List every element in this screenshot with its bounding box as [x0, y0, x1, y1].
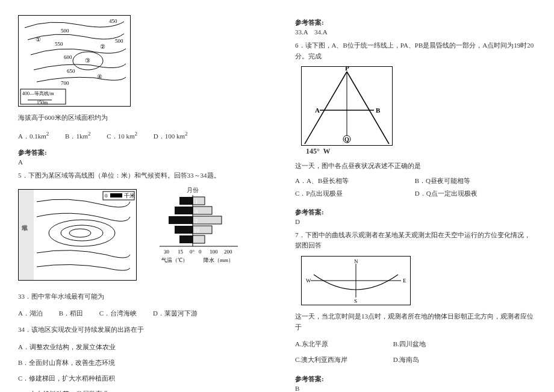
svg-text:650: 650	[67, 68, 75, 74]
svg-text:1: 1	[195, 199, 198, 205]
opt-d: D．100 km2	[154, 128, 188, 143]
svg-text:①: ①	[36, 36, 41, 43]
svg-text:W: W	[306, 278, 311, 284]
climate-svg: 1 4 7 10 30 15 0° 0 100 200 气温（℃） 降水（mm）	[157, 186, 241, 270]
answer-7: B	[295, 385, 536, 392]
q34-d: D．大力植树种草，发展乳畜业	[18, 387, 138, 392]
q7-stem: 这一天，当北京时间是13点时，观测者所在地的物体日影朝正北方向，观测者应位于	[295, 311, 536, 332]
q33-options: A．湖泊 B．稻田 C．台湾海峡 D．莱茵河下游	[18, 306, 259, 320]
answer-6: D	[295, 218, 536, 225]
svg-rect-18	[19, 190, 34, 280]
terminator-diagram: P A B Q	[301, 66, 393, 146]
q6-intro: 6．读下图，A、B位于统一纬线上，PA、PB是晨昏线的一部分，A点时间为19时2…	[295, 40, 536, 61]
svg-text:200: 200	[224, 249, 232, 255]
svg-text:500: 500	[61, 28, 69, 34]
topographic-map-figure: 450 500 550 500 600 650 700 ① ② ③ ④ 400—…	[18, 15, 131, 107]
q34-a: A．调整农业结构，发展立体农业	[18, 340, 138, 353]
svg-text:15: 15	[178, 249, 184, 255]
q34-b: B．全面封山育林，改善生态环境	[18, 356, 138, 369]
q7-b: B.四川盆地	[393, 337, 490, 350]
answer-1: A	[18, 158, 259, 166]
svg-text:②: ②	[100, 43, 105, 50]
svg-rect-21	[110, 193, 122, 198]
svg-text:B: B	[376, 107, 381, 114]
contour-map-figure: 常年水域 0 千米	[18, 189, 137, 281]
q33-stem: 33．图中常年水域最有可能为	[18, 291, 259, 302]
svg-text:550: 550	[55, 41, 63, 47]
q33-c: C．台湾海峡	[99, 306, 137, 320]
svg-line-51	[347, 72, 389, 144]
q7-a: A.东北平原	[295, 337, 391, 350]
svg-text:Q: Q	[344, 136, 349, 143]
svg-rect-26	[179, 197, 193, 205]
svg-text:0°: 0°	[190, 249, 195, 255]
svg-text:400—等高线/m: 400—等高线/m	[22, 91, 54, 96]
q34-stem: 34．该地区实现农业可持续发展的出路在于	[18, 325, 259, 335]
opt-a: A．0.1km2	[18, 128, 49, 143]
q33-b: B．稻田	[59, 306, 83, 320]
svg-text:4: 4	[195, 208, 198, 214]
q6-options: A．A、B昼长相等 B．Q昼夜可能相等 C．P点出现极昼 D．Q点一定出现极夜	[295, 176, 536, 202]
svg-text:700: 700	[61, 80, 69, 86]
sun-path-diagram: N S W E	[301, 256, 411, 305]
svg-text:450: 450	[109, 18, 117, 24]
page-container: 450 500 550 500 600 650 700 ① ② ③ ④ 400—…	[18, 12, 536, 392]
topo-map-svg: 450 500 550 500 600 650 700 ① ② ③ ④ 400—…	[19, 16, 130, 106]
q33-d: D．莱茵河下游	[153, 306, 198, 320]
answer-header-6: 参考答案:	[295, 208, 536, 217]
svg-rect-27	[193, 197, 205, 205]
climate-chart-figure: 月份 1 4 7 10 30 15 0° 0	[157, 186, 241, 270]
svg-text:500: 500	[115, 38, 123, 44]
svg-text:P: P	[345, 67, 349, 72]
svg-text:气温（℃）: 气温（℃）	[161, 257, 188, 263]
sun-path-svg: N S W E	[302, 257, 410, 305]
svg-rect-32	[175, 226, 193, 234]
q6-a: A．A、B昼长相等	[295, 176, 413, 185]
right-column: 参考答案: 33.A 34.A 6．读下图，A、B位于统一纬线上，PA、PB是晨…	[295, 12, 536, 392]
svg-text:④: ④	[97, 73, 102, 80]
q7-d: D.海南岛	[393, 353, 490, 366]
svg-rect-17	[19, 190, 136, 280]
svg-text:③: ③	[85, 57, 90, 64]
svg-text:0: 0	[199, 249, 202, 255]
q7-options: A.东北平原 B.四川盆地 C.澳大利亚西海岸 D.海南岛	[295, 337, 536, 369]
q6-d: D．Q点一定出现极夜	[415, 189, 533, 198]
q34-c: C．修建梯田，扩大水稻种植面积	[18, 372, 138, 385]
opt-b: B．1km2	[65, 128, 90, 143]
svg-text:7: 7	[195, 218, 198, 224]
svg-text:100: 100	[210, 249, 218, 255]
q33-a: A．湖泊	[18, 306, 43, 320]
svg-rect-35	[193, 235, 205, 243]
q6-b: B．Q昼夜可能相等	[415, 176, 533, 185]
q5-intro: 5．下图为某区域等高线图（单位：米）和气候资料。回答33～34题。	[18, 170, 259, 181]
svg-text:30: 30	[164, 249, 170, 255]
answer-header-1: 参考答案:	[18, 148, 259, 157]
answer-header-7: 参考答案:	[295, 375, 536, 384]
climate-title: 月份	[187, 186, 199, 194]
svg-text:0: 0	[105, 193, 108, 199]
svg-text:S: S	[354, 298, 357, 304]
svg-text:150m: 150m	[37, 100, 48, 105]
svg-text:10: 10	[194, 228, 200, 234]
svg-text:千米: 千米	[124, 193, 135, 199]
svg-text:600: 600	[64, 54, 72, 60]
svg-rect-30	[169, 216, 193, 224]
q7-c: C.澳大利亚西海岸	[295, 353, 391, 366]
question-area-options: A．0.1km2 B．1km2 C．10 km2 D．100 km2	[18, 128, 259, 143]
svg-rect-34	[179, 235, 193, 243]
q6-stem: 这一天，图中各点昼夜状况表述不正确的是	[295, 161, 536, 172]
q34-options: A．调整农业结构，发展立体农业 B．全面封山育林，改善生态环境 C．修建梯田，扩…	[18, 340, 259, 392]
svg-rect-28	[175, 207, 193, 214]
terminator-svg: P A B Q	[302, 67, 392, 145]
q7-intro: 7．下图中的曲线表示观测者在某地某天观测太阳在天空中运行的方位变化情况，据图回答	[295, 230, 536, 251]
q6-c: C．P点出现极昼	[295, 189, 413, 198]
answer-33: 33.A 34.A	[295, 28, 536, 36]
contour-svg: 0 千米	[19, 190, 136, 280]
figure-row: 常年水域 0 千米 月份	[18, 186, 259, 287]
left-column: 450 500 550 500 600 650 700 ① ② ③ ④ 400—…	[18, 12, 259, 392]
diagram-bottom-label: 145° W	[306, 147, 536, 156]
svg-text:E: E	[403, 278, 406, 284]
svg-line-50	[305, 72, 347, 144]
svg-text:降水（mm）: 降水（mm）	[204, 257, 234, 263]
question-area-stem: 海拔高于600米的区域面积约为	[18, 113, 259, 123]
